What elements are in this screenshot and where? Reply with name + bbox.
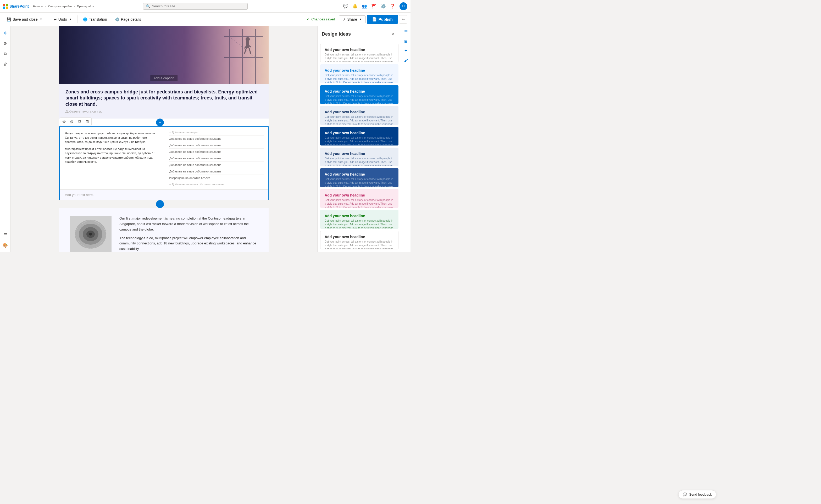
section-duplicate-btn[interactable]: ⧉ [76, 118, 83, 125]
design-card-10-inner: Add your own headline Get your point acr… [320, 231, 398, 249]
bottom-img-container: Add a caption [70, 216, 111, 252]
ms-logo[interactable]: SharePoint [3, 4, 29, 9]
col-right-item-1[interactable]: Добавяне на ваше собствено заглавие [169, 136, 264, 142]
settings-icon[interactable]: ⚙️ [381, 4, 386, 9]
breadcrumb-home[interactable]: Начало [33, 5, 43, 8]
search-box[interactable]: 🔍 [143, 3, 248, 10]
side-icon-paint[interactable]: 🖌 [402, 57, 410, 64]
changes-saved-label: Changes saved [311, 17, 335, 21]
idea-headline-7: Add your own headline [324, 172, 394, 176]
section-toolbar: ✥ ⚙ ⧉ 🗑 [60, 117, 92, 126]
publish-icon: 📄 [372, 17, 377, 22]
add-row-button-1[interactable]: + [156, 119, 164, 126]
save-close-button[interactable]: 💾 Save and close ▼ [3, 15, 46, 23]
idea-headline-10: Add your own headline [324, 235, 394, 239]
section-move-btn[interactable]: ✥ [60, 118, 67, 125]
side-icon-layout[interactable]: ⊞ [402, 38, 410, 45]
idea-body-1: Get your point across, tell a story, or … [324, 53, 394, 62]
share-button[interactable]: ↗ Share ▼ [339, 15, 366, 23]
breadcrumb-sep2: › [74, 5, 75, 8]
design-card-3[interactable]: Add your own headline Get your point acr… [320, 85, 398, 104]
close-panel-button[interactable]: × [389, 30, 397, 38]
undo-dropdown-arrow[interactable]: ▼ [69, 18, 72, 21]
col-right: + Добавяне на надпис Добавяне на ваше со… [165, 127, 268, 189]
bottom-image[interactable] [70, 216, 111, 252]
search-input[interactable] [152, 4, 245, 8]
col-right-item-3[interactable]: Добавяне на ваше собствено заглавие [169, 149, 264, 155]
sidebar-palette-icon[interactable]: 🎨 [1, 240, 10, 250]
col-right-item-5[interactable]: Добавяне на ваше собствено заглавие [169, 162, 264, 168]
add-text-placeholder[interactable]: Добавете текста си тук. [65, 109, 262, 113]
col-right-item-2[interactable]: Добавяне на ваше собствено заглавие [169, 142, 264, 149]
collapse-button[interactable]: ⇔ [399, 15, 407, 24]
save-close-dropdown-arrow[interactable]: ▼ [40, 18, 42, 21]
col-right-add-top[interactable]: + Добавяне на надпис [169, 129, 264, 136]
col-right-item-6[interactable]: Добавяне на ваше собствено заглавие [169, 168, 264, 175]
col-right-feedback[interactable]: Изпращане на обратна връзка [169, 175, 264, 181]
design-card-1[interactable]: Add your own headline Get your point acr… [320, 44, 398, 62]
section-delete-btn[interactable]: 🗑 [84, 118, 91, 125]
design-card-4[interactable]: Add your own headline Get your point acr… [320, 106, 398, 125]
sidebar-bottom-icon[interactable]: ☰ [1, 230, 10, 239]
add-text-row: Add your text here. [60, 189, 268, 200]
search-container: 🔍 [143, 3, 248, 10]
add-row-container-2: + [59, 200, 268, 208]
publish-button[interactable]: 📄 Publish [367, 15, 398, 24]
design-card-10[interactable]: Add your own headline Get your point acr… [320, 231, 398, 249]
people-icon[interactable]: 👥 [362, 4, 367, 9]
design-card-2-inner: Add your own headline Get your point acr… [320, 65, 398, 83]
design-card-8[interactable]: Add your own headline Get your point acr… [320, 189, 398, 208]
side-icon-highlight[interactable]: ✦ [402, 47, 410, 54]
idea-headline-3: Add your own headline [324, 89, 394, 93]
design-card-1-inner: Add your own headline Get your point acr… [320, 44, 398, 62]
design-card-3-inner: Add your own headline Get your point acr… [320, 86, 398, 104]
page-details-icon: ⚙️ [115, 17, 119, 21]
publish-label: Publish [378, 17, 393, 21]
bottom-text-container: Our first major redevelopment is nearing… [119, 216, 258, 252]
flag-icon[interactable]: 🚩 [371, 4, 376, 9]
design-card-9-inner: Add your own headline Get your point acr… [320, 210, 398, 228]
add-text-here[interactable]: Add your text here. [65, 193, 94, 197]
add-row-button-2[interactable]: + [156, 200, 164, 208]
chat-icon[interactable]: 💬 [343, 4, 348, 9]
idea-body-8: Get your point across, tell a story, or … [324, 198, 394, 208]
page-details-button[interactable]: ⚙️ Page details [111, 15, 144, 23]
col-right-add-bottom[interactable]: + Добавяне на ваше собствено заглавие [169, 181, 264, 187]
section-props-btn[interactable]: ⚙ [68, 118, 75, 125]
search-icon: 🔍 [146, 4, 150, 8]
svg-point-9 [245, 37, 250, 41]
section-title: Zones and cross-campus bridge just for p… [65, 89, 262, 107]
bell-icon[interactable]: 🔔 [352, 4, 357, 9]
idea-body-10: Get your point across, tell a story, or … [324, 240, 394, 249]
idea-headline-8: Add your own headline [324, 193, 394, 197]
svg-point-20 [89, 233, 92, 236]
sidebar-move-icon[interactable]: ✥ [1, 28, 10, 38]
idea-body-2: Get your point across, tell a story, or … [324, 74, 394, 83]
user-avatar[interactable]: U [399, 2, 407, 10]
collapse-icon: ⇔ [402, 17, 405, 21]
undo-button[interactable]: ↩ Undo ▼ [50, 15, 75, 23]
design-card-7[interactable]: Add your own headline Get your point acr… [320, 168, 398, 187]
design-card-2[interactable]: Add your own headline Get your point acr… [320, 64, 398, 83]
design-card-5[interactable]: Add your own headline Get your point acr… [320, 127, 398, 145]
help-icon[interactable]: ❓ [390, 4, 395, 9]
design-card-9[interactable]: Add your own headline Get your point acr… [320, 210, 398, 228]
svg-line-13 [244, 48, 246, 54]
translation-button[interactable]: 🌐 Translation [80, 15, 110, 23]
sidebar-delete-icon[interactable]: 🗑 [1, 60, 10, 69]
sidebar-copy-icon[interactable]: ⧉ [1, 49, 10, 59]
hero-caption[interactable]: Add a caption [150, 75, 177, 81]
left-sidebar: ✥ ⚙ ⧉ 🗑 ☰ 🎨 [0, 26, 10, 252]
design-card-6-inner: Add your own headline Get your point acr… [320, 148, 398, 166]
side-icon-top[interactable]: ☰ [402, 28, 410, 36]
translation-icon: 🌐 [83, 17, 87, 21]
idea-headline-2: Add your own headline [324, 68, 394, 72]
col-right-item-4[interactable]: Добавяне на ваше собствено заглавие [169, 155, 264, 162]
save-close-label: Save and close [13, 17, 38, 21]
sidebar-edit-icon[interactable]: ⚙ [1, 39, 10, 48]
right-panel-header: Design ideas × [317, 26, 401, 41]
spiral-img-svg [70, 216, 111, 252]
share-dropdown-arrow[interactable]: ▼ [359, 18, 362, 21]
idea-body-9: Get your point across, tell a story, or … [324, 219, 394, 228]
design-card-6[interactable]: Add your own headline Get your point acr… [320, 148, 398, 166]
